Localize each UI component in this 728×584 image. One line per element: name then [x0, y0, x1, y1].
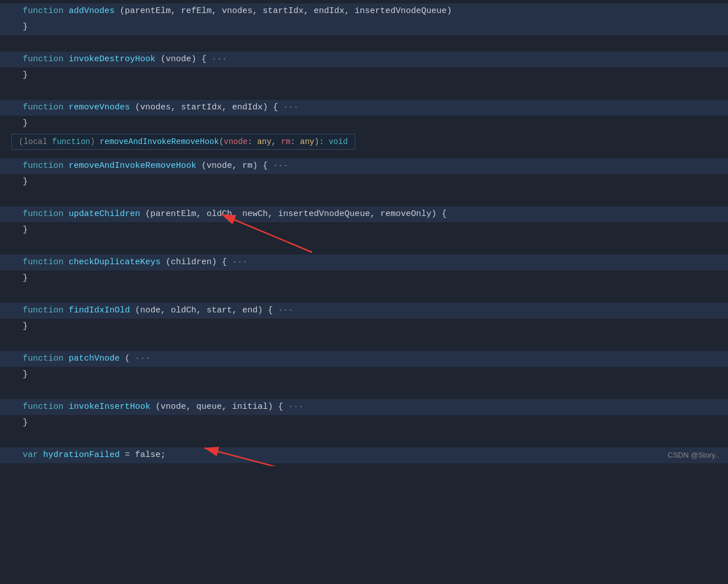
code-line: function invokeDestroyHook (vnode) { ··· [0, 52, 728, 67]
ellipsis: ··· [283, 101, 298, 115]
keyword: function [23, 304, 64, 318]
params: (children) { [161, 256, 232, 269]
params: (parentElm, oldCh, newCh, insertedVnodeQ… [140, 208, 447, 221]
watermark: CSDN @Story.. [668, 451, 719, 459]
code-line-brace: } [0, 415, 728, 431]
code-line: function patchVnode ( ··· [0, 351, 728, 367]
local-keyword: function [52, 137, 90, 146]
fn-name: patchVnode [69, 352, 120, 366]
brace: } [23, 175, 28, 189]
params: (parentElm, refElm, vnodes, startIdx, en… [115, 5, 452, 18]
code-block-findidxinold: function findIdxInOld (node, oldCh, star… [0, 299, 728, 337]
code-line: var hydrationFailed = false; [0, 447, 728, 463]
ellipsis: ··· [288, 400, 304, 414]
var-name: hydrationFailed [43, 448, 120, 462]
keyword: function [23, 400, 64, 414]
param-rm: rm [281, 137, 291, 146]
brace: } [23, 368, 28, 382]
keyword: function [23, 159, 64, 173]
code-line-brace: } [0, 367, 728, 383]
fn-name: removeVnodes [69, 101, 130, 115]
code-line: function removeAndInvokeRemoveHook (vnod… [0, 158, 728, 174]
keyword: var [23, 448, 38, 462]
brace: } [23, 320, 28, 333]
section-gap [0, 289, 728, 299]
fn-name: addVnodes [69, 5, 115, 18]
ellipsis: ··· [135, 352, 150, 366]
ellipsis: ··· [273, 159, 288, 173]
code-block-updatechildren: function updateChildren (parentElm, oldC… [0, 203, 728, 241]
params: (vnode, rm) { [196, 159, 273, 173]
type-void: void [329, 137, 348, 146]
brace: } [23, 117, 28, 130]
section-gap [0, 86, 728, 96]
param-vnode: vnode [224, 137, 247, 146]
code-block-invokeinserth ook: function invokeInsertHook (vnode, queue,… [0, 396, 728, 434]
fn-name: findIdxInOld [69, 304, 130, 318]
ellipsis: ··· [278, 304, 293, 318]
code-block-invokedestroyhook: function invokeDestroyHook (vnode) { ···… [0, 48, 728, 86]
section-gap [0, 434, 728, 444]
code-block-patchvnode: function patchVnode ( ··· } [0, 348, 728, 386]
keyword: function [23, 208, 64, 221]
code-line-brace: } [0, 222, 728, 238]
fn-name: invokeInsertHook [69, 400, 150, 414]
code-block-removevnodes: function removeVnodes (vnodes, startIdx,… [0, 96, 728, 155]
params: ( [120, 352, 135, 366]
keyword: function [23, 256, 64, 269]
brace: } [23, 223, 28, 237]
brace: } [23, 20, 28, 34]
section-gap [0, 337, 728, 348]
section-gap [0, 386, 728, 396]
local-fn-name: removeAndInvokeRemoveHook [100, 137, 219, 146]
code-block-removeandinvokeremovehook: function removeAndInvokeRemoveHook (vnod… [0, 155, 728, 193]
code-line: function updateChildren (parentElm, oldC… [0, 206, 728, 222]
brace: } [23, 69, 28, 82]
code-line: function removeVnodes (vnodes, startIdx,… [0, 100, 728, 116]
params: (node, oldCh, start, end) { [130, 304, 278, 318]
keyword: function [23, 101, 64, 115]
code-line-brace: } [0, 67, 728, 83]
type-any2: any [300, 137, 314, 146]
fn-name: updateChildren [69, 208, 140, 221]
local-fn-tooltip: (local function) removeAndInvokeRemoveHo… [0, 132, 728, 152]
fn-name: invokeDestroyHook [69, 53, 155, 66]
keyword: function [23, 352, 64, 366]
keyword: function [23, 5, 64, 18]
brace: } [23, 416, 28, 430]
code-line: function checkDuplicateKeys (children) {… [0, 255, 728, 270]
params: (vnodes, startIdx, endIdx) { [130, 101, 283, 115]
code-line-brace: } [0, 19, 728, 35]
var-value: = false; [120, 448, 166, 462]
code-line: function addVnodes (parentElm, refElm, v… [0, 3, 728, 19]
code-line-brace: } [0, 270, 728, 286]
section-gap [0, 241, 728, 251]
code-line-brace: } [0, 174, 728, 190]
params: (vnode, queue, initial) { [150, 400, 288, 414]
brace: } [23, 272, 28, 285]
fn-name: removeAndInvokeRemoveHook [69, 159, 196, 173]
params: (vnode) { [155, 53, 212, 66]
fn-name: checkDuplicateKeys [69, 256, 161, 269]
code-container: function addVnodes (parentElm, refElm, v… [0, 0, 728, 466]
section-gap [0, 193, 728, 203]
code-line-brace: } [0, 116, 728, 132]
code-block-hydrationfailed: var hydrationFailed = false; [0, 444, 728, 466]
code-block-addvnodes: function addVnodes (parentElm, refElm, v… [0, 0, 728, 38]
keyword: function [23, 53, 64, 66]
type-any: any [257, 137, 271, 146]
code-line-brace: } [0, 319, 728, 335]
ellipsis: ··· [232, 256, 247, 269]
code-line: function findIdxInOld (node, oldCh, star… [0, 303, 728, 319]
local-label: (local [19, 137, 52, 146]
ellipsis: ··· [212, 53, 227, 66]
section-gap [0, 38, 728, 48]
code-line: function invokeInsertHook (vnode, queue,… [0, 399, 728, 415]
code-block-checkduplicatekeys: function checkDuplicateKeys (children) {… [0, 251, 728, 289]
